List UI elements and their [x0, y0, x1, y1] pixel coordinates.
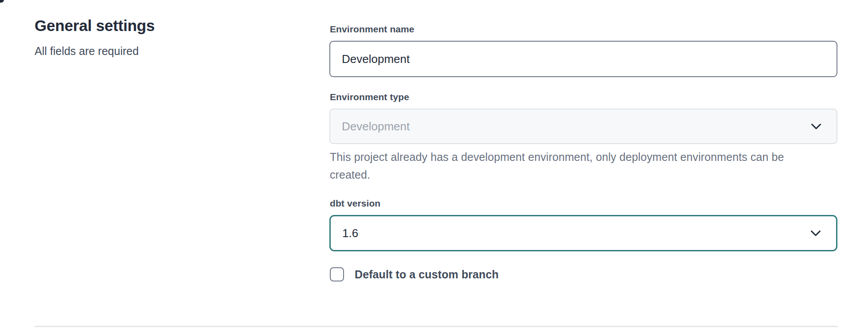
custom-branch-label[interactable]: Default to a custom branch	[355, 268, 499, 281]
dbt-version-select[interactable]: 1.6	[329, 215, 837, 251]
environment-type-select: Development	[329, 109, 837, 144]
environment-name-input[interactable]	[329, 41, 837, 77]
custom-branch-checkbox[interactable]	[330, 267, 344, 281]
section-header: General settings All fields are required	[35, 16, 283, 58]
environment-type-helper-text: This project already has a development e…	[330, 148, 817, 184]
settings-form: Environment name Environment type Develo…	[329, 0, 837, 328]
section-divider	[35, 326, 838, 327]
page-title: General settings	[35, 16, 283, 35]
custom-branch-field: Default to a custom branch	[330, 267, 499, 281]
environment-type-label: Environment type	[330, 91, 409, 103]
dbt-version-label: dbt version	[330, 197, 380, 209]
corner-fragment	[0, 0, 4, 3]
environment-type-value: Development	[342, 120, 410, 133]
section-subtitle: All fields are required	[35, 44, 283, 58]
chevron-down-icon	[810, 230, 821, 237]
dbt-version-value: 1.6	[342, 226, 358, 240]
environment-name-label: Environment name	[330, 23, 414, 35]
chevron-down-icon	[811, 123, 821, 130]
